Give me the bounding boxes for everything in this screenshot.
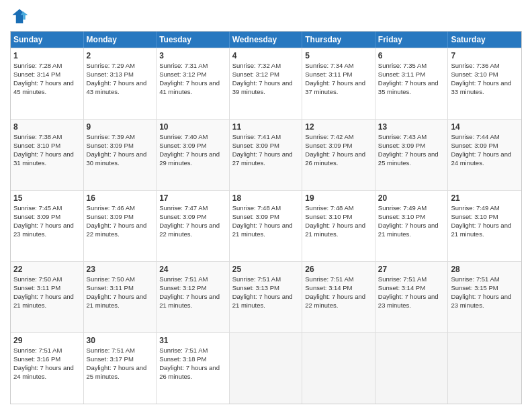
- empty-cell: [448, 333, 521, 404]
- daylight-text: Daylight: 7 hours and 26 minutes.: [159, 364, 220, 380]
- day-number: 13: [378, 122, 445, 132]
- day-cell-24: 24Sunrise: 7:51 AMSunset: 3:12 PMDayligh…: [157, 262, 230, 332]
- sunrise-text: Sunrise: 7:34 AM: [305, 62, 353, 69]
- sunset-text: Sunset: 3:09 PM: [159, 213, 206, 220]
- calendar-header: SundayMondayTuesdayWednesdayThursdayFrid…: [11, 32, 521, 48]
- calendar: SundayMondayTuesdayWednesdayThursdayFrid…: [10, 31, 522, 404]
- daylight-text: Daylight: 7 hours and 29 minutes.: [159, 150, 220, 167]
- sunset-text: Sunset: 3:10 PM: [451, 213, 498, 220]
- header-day-sunday: Sunday: [11, 32, 84, 48]
- day-number: 25: [232, 264, 300, 275]
- day-number: 17: [159, 193, 226, 203]
- day-number: 2: [87, 50, 154, 61]
- day-number: 10: [159, 122, 226, 132]
- day-cell-14: 14Sunrise: 7:44 AMSunset: 3:09 PMDayligh…: [448, 120, 521, 190]
- day-number: 9: [87, 122, 154, 132]
- daylight-text: Daylight: 7 hours and 31 minutes.: [13, 150, 74, 167]
- daylight-text: Daylight: 7 hours and 21 minutes.: [232, 222, 293, 238]
- empty-cell: [302, 333, 375, 404]
- day-cell-11: 11Sunrise: 7:41 AMSunset: 3:09 PMDayligh…: [230, 120, 303, 190]
- day-number: 27: [378, 264, 445, 275]
- daylight-text: Daylight: 7 hours and 33 minutes.: [451, 79, 511, 95]
- daylight-text: Daylight: 7 hours and 22 minutes.: [305, 293, 365, 309]
- day-cell-1: 1Sunrise: 7:28 AMSunset: 3:14 PMDaylight…: [11, 48, 84, 119]
- sunrise-text: Sunrise: 7:39 AM: [87, 133, 135, 140]
- sunset-text: Sunset: 3:09 PM: [13, 213, 60, 220]
- daylight-text: Daylight: 7 hours and 25 minutes.: [378, 150, 439, 167]
- day-cell-8: 8Sunrise: 7:38 AMSunset: 3:10 PMDaylight…: [11, 120, 84, 190]
- sunset-text: Sunset: 3:09 PM: [159, 142, 206, 149]
- sunrise-text: Sunrise: 7:45 AM: [13, 204, 62, 212]
- day-cell-25: 25Sunrise: 7:51 AMSunset: 3:13 PMDayligh…: [230, 262, 303, 332]
- day-cell-10: 10Sunrise: 7:40 AMSunset: 3:09 PMDayligh…: [157, 120, 230, 190]
- sunrise-text: Sunrise: 7:51 AM: [451, 275, 499, 283]
- day-number: 20: [378, 193, 445, 203]
- day-cell-9: 9Sunrise: 7:39 AMSunset: 3:09 PMDaylight…: [84, 120, 157, 190]
- sunset-text: Sunset: 3:18 PM: [159, 355, 206, 363]
- daylight-text: Daylight: 7 hours and 21 minutes.: [305, 222, 365, 238]
- calendar-row-1: 1Sunrise: 7:28 AMSunset: 3:14 PMDaylight…: [11, 48, 521, 119]
- sunrise-text: Sunrise: 7:44 AM: [451, 133, 499, 140]
- day-number: 29: [13, 335, 81, 346]
- sunset-text: Sunset: 3:11 PM: [305, 71, 352, 78]
- daylight-text: Daylight: 7 hours and 37 minutes.: [305, 79, 365, 95]
- sunset-text: Sunset: 3:17 PM: [87, 355, 134, 363]
- daylight-text: Daylight: 7 hours and 21 minutes.: [159, 293, 220, 309]
- daylight-text: Daylight: 7 hours and 25 minutes.: [87, 364, 147, 380]
- daylight-text: Daylight: 7 hours and 45 minutes.: [13, 79, 74, 95]
- day-number: 28: [451, 264, 519, 275]
- sunset-text: Sunset: 3:10 PM: [378, 213, 425, 220]
- day-number: 31: [159, 335, 226, 346]
- header-day-wednesday: Wednesday: [230, 32, 303, 48]
- day-number: 3: [159, 50, 226, 61]
- daylight-text: Daylight: 7 hours and 26 minutes.: [305, 150, 365, 167]
- day-cell-22: 22Sunrise: 7:50 AMSunset: 3:11 PMDayligh…: [11, 262, 84, 332]
- day-cell-18: 18Sunrise: 7:48 AMSunset: 3:09 PMDayligh…: [230, 191, 303, 261]
- sunrise-text: Sunrise: 7:43 AM: [378, 133, 427, 140]
- day-cell-28: 28Sunrise: 7:51 AMSunset: 3:15 PMDayligh…: [448, 262, 521, 332]
- sunset-text: Sunset: 3:12 PM: [232, 71, 279, 78]
- day-cell-4: 4Sunrise: 7:32 AMSunset: 3:12 PMDaylight…: [230, 48, 303, 119]
- daylight-text: Daylight: 7 hours and 22 minutes.: [87, 222, 147, 238]
- day-cell-20: 20Sunrise: 7:49 AMSunset: 3:10 PMDayligh…: [375, 191, 449, 261]
- sunrise-text: Sunrise: 7:29 AM: [87, 62, 135, 69]
- day-cell-13: 13Sunrise: 7:43 AMSunset: 3:09 PMDayligh…: [375, 120, 449, 190]
- sunrise-text: Sunrise: 7:32 AM: [232, 62, 281, 69]
- daylight-text: Daylight: 7 hours and 21 minutes.: [13, 293, 74, 309]
- day-number: 15: [13, 193, 81, 203]
- sunrise-text: Sunrise: 7:42 AM: [305, 133, 353, 140]
- day-cell-30: 30Sunrise: 7:51 AMSunset: 3:17 PMDayligh…: [84, 333, 157, 404]
- sunrise-text: Sunrise: 7:40 AM: [159, 133, 208, 140]
- sunrise-text: Sunrise: 7:48 AM: [305, 204, 353, 212]
- sunset-text: Sunset: 3:09 PM: [232, 213, 279, 220]
- calendar-row-5: 29Sunrise: 7:51 AMSunset: 3:16 PMDayligh…: [11, 332, 521, 404]
- day-number: 6: [378, 50, 445, 61]
- sunrise-text: Sunrise: 7:49 AM: [451, 204, 499, 212]
- header-day-friday: Friday: [375, 32, 449, 48]
- sunrise-text: Sunrise: 7:51 AM: [232, 275, 281, 283]
- daylight-text: Daylight: 7 hours and 41 minutes.: [159, 79, 220, 95]
- day-number: 14: [451, 122, 519, 132]
- day-cell-7: 7Sunrise: 7:36 AMSunset: 3:10 PMDaylight…: [448, 48, 521, 119]
- day-cell-16: 16Sunrise: 7:46 AMSunset: 3:09 PMDayligh…: [84, 191, 157, 261]
- daylight-text: Daylight: 7 hours and 30 minutes.: [87, 150, 147, 167]
- day-cell-31: 31Sunrise: 7:51 AMSunset: 3:18 PMDayligh…: [157, 333, 230, 404]
- day-number: 8: [13, 122, 81, 132]
- sunset-text: Sunset: 3:14 PM: [378, 284, 425, 291]
- sunrise-text: Sunrise: 7:51 AM: [87, 347, 135, 354]
- day-number: 24: [159, 264, 226, 275]
- sunset-text: Sunset: 3:09 PM: [305, 142, 352, 149]
- day-cell-29: 29Sunrise: 7:51 AMSunset: 3:16 PMDayligh…: [11, 333, 84, 404]
- day-cell-2: 2Sunrise: 7:29 AMSunset: 3:13 PMDaylight…: [84, 48, 157, 119]
- sunset-text: Sunset: 3:09 PM: [378, 142, 425, 149]
- daylight-text: Daylight: 7 hours and 39 minutes.: [232, 79, 293, 95]
- daylight-text: Daylight: 7 hours and 43 minutes.: [87, 79, 147, 95]
- day-cell-23: 23Sunrise: 7:50 AMSunset: 3:11 PMDayligh…: [84, 262, 157, 332]
- header-day-monday: Monday: [84, 32, 157, 48]
- day-number: 19: [305, 193, 372, 203]
- day-number: 1: [13, 50, 81, 61]
- sunrise-text: Sunrise: 7:28 AM: [13, 62, 62, 69]
- day-number: 23: [87, 264, 154, 275]
- day-cell-12: 12Sunrise: 7:42 AMSunset: 3:09 PMDayligh…: [302, 120, 375, 190]
- sunset-text: Sunset: 3:14 PM: [13, 71, 60, 78]
